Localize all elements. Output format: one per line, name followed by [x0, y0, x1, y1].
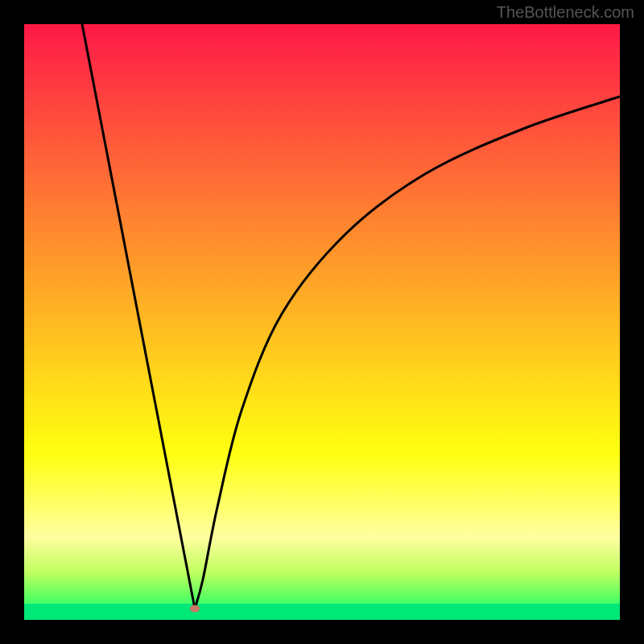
chart-plot-area — [24, 24, 620, 620]
curve-right-branch — [195, 97, 620, 609]
curve-left-branch — [82, 24, 195, 609]
bottleneck-curve — [24, 24, 620, 620]
minimum-point-marker — [190, 605, 200, 613]
watermark-text: TheBottleneck.com — [497, 3, 634, 22]
